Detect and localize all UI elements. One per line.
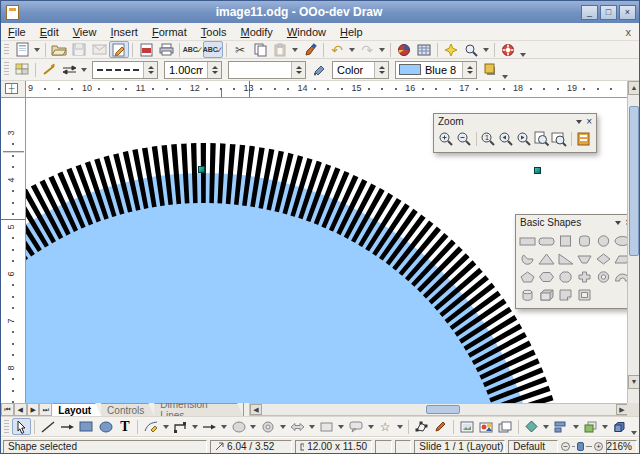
title-bar[interactable]: image11.odg - OOo-dev Draw _ □ × xyxy=(1,1,639,23)
menu-view[interactable]: View xyxy=(66,25,104,39)
new-dropdown-icon[interactable] xyxy=(34,48,40,52)
toolbar-grip[interactable] xyxy=(4,62,9,77)
scroll-down-icon[interactable]: ▼ xyxy=(628,375,640,389)
rectangle-tool-button[interactable] xyxy=(77,418,96,435)
callouts-dropdown-icon[interactable] xyxy=(368,425,374,429)
line-style-spinner[interactable] xyxy=(143,62,157,78)
display-grid-button[interactable] xyxy=(414,41,434,58)
line-tool-button[interactable] xyxy=(38,418,57,435)
rotate-dropdown-icon[interactable] xyxy=(543,425,549,429)
line-width-spinner[interactable] xyxy=(207,62,221,78)
zoom-out-button[interactable] xyxy=(455,130,473,148)
menu-insert[interactable]: Insert xyxy=(103,25,145,39)
extrusion-button[interactable] xyxy=(610,418,629,435)
symbol-shapes-button[interactable] xyxy=(258,418,277,435)
menu-window[interactable]: Window xyxy=(280,25,333,39)
zoom-slider-thumb[interactable] xyxy=(577,442,584,451)
shapes-panel-titlebar[interactable]: Basic Shapes × xyxy=(516,215,629,230)
zoom-previous-button[interactable] xyxy=(497,130,515,148)
scroll-up-icon[interactable]: ▲ xyxy=(628,81,640,95)
block-arrows-button[interactable] xyxy=(288,418,307,435)
zoom-next-button[interactable] xyxy=(515,130,533,148)
zoom-dropdown-icon[interactable] xyxy=(483,48,489,52)
shape-rectangle[interactable] xyxy=(518,232,537,250)
callouts-button[interactable] xyxy=(346,418,365,435)
vertical-scrollbar[interactable]: ▲ ▼ xyxy=(627,81,639,403)
ellipse-tool-button[interactable] xyxy=(96,418,115,435)
shape-folded-corner[interactable] xyxy=(556,286,575,304)
help-button[interactable] xyxy=(498,41,518,58)
symbol-shapes-dropdown-icon[interactable] xyxy=(280,425,286,429)
line-color-spinner[interactable] xyxy=(291,62,305,78)
format-paintbrush-button[interactable] xyxy=(300,41,320,58)
tab-controls[interactable]: Controls xyxy=(101,403,154,416)
zoom-page-width-button[interactable] xyxy=(550,130,568,148)
maximize-button[interactable]: □ xyxy=(600,5,617,20)
export-pdf-button[interactable] xyxy=(136,41,156,58)
first-page-button[interactable]: ⏮ xyxy=(1,403,14,416)
shape-regular-pentagon[interactable] xyxy=(518,268,537,286)
zoom-entire-page-button[interactable] xyxy=(533,130,551,148)
shape-frame[interactable] xyxy=(575,286,594,304)
fill-color-combo[interactable]: Blue 8 xyxy=(395,61,477,79)
selection-handle[interactable] xyxy=(534,167,541,174)
shape-cross[interactable] xyxy=(575,268,594,286)
stars-button[interactable]: ☆ xyxy=(376,418,395,435)
selection-handle[interactable] xyxy=(198,166,205,173)
fill-type-spinner[interactable] xyxy=(374,62,388,78)
select-button[interactable] xyxy=(12,418,31,435)
horizontal-scrollbar[interactable]: ◀ ▶ xyxy=(249,403,629,416)
undo-dropdown-icon[interactable] xyxy=(349,48,355,52)
toolbar-options-icon[interactable] xyxy=(631,431,637,435)
flowchart-button[interactable] xyxy=(317,418,336,435)
redo-button[interactable]: ↷ xyxy=(357,41,377,58)
rotate-button[interactable] xyxy=(522,418,541,435)
page-style-field[interactable]: Default xyxy=(508,440,558,454)
zoom-100-button[interactable]: 1 xyxy=(479,130,497,148)
new-document-button[interactable] xyxy=(12,41,32,58)
duplicate-button[interactable] xyxy=(496,418,515,435)
text-tool-button[interactable]: T xyxy=(115,418,134,435)
line-dialog-button[interactable] xyxy=(39,61,59,78)
shape-right-triangle[interactable] xyxy=(556,250,575,268)
menu-format[interactable]: Format xyxy=(145,25,194,39)
drawing-canvas[interactable]: Zoom × 1 xyxy=(26,98,629,403)
curve-tool-button[interactable] xyxy=(141,418,160,435)
panel-menu-icon[interactable] xyxy=(576,120,582,124)
toolbar-grip[interactable] xyxy=(4,44,9,56)
alignment-dropdown-icon[interactable] xyxy=(573,425,579,429)
zoom-in-slider-icon[interactable]: + xyxy=(594,442,603,451)
paste-dropdown-icon[interactable] xyxy=(292,48,298,52)
save-button[interactable] xyxy=(69,41,89,58)
zoom-out-slider-icon[interactable]: − xyxy=(561,442,570,451)
line-width-field[interactable] xyxy=(164,61,222,79)
line-style-combo[interactable] xyxy=(92,61,158,79)
tab-dimension-lines[interactable]: Dimension Lines xyxy=(154,403,243,416)
basic-shapes-button[interactable] xyxy=(229,418,248,435)
zoom-in-button[interactable] xyxy=(437,130,455,148)
open-button[interactable] xyxy=(49,41,69,58)
menu-modify[interactable]: Modify xyxy=(233,25,279,39)
tab-splitter[interactable] xyxy=(243,403,249,416)
panel-menu-icon[interactable] xyxy=(615,221,621,225)
last-page-button[interactable]: ⏭ xyxy=(39,403,52,416)
basic-shapes-dropdown-icon[interactable] xyxy=(250,425,256,429)
spellcheck-button[interactable]: ABC ✓ xyxy=(183,41,203,58)
previous-page-button[interactable]: ◀ xyxy=(14,403,27,416)
close-button[interactable]: × xyxy=(619,5,636,20)
arrow-style-dropdown-icon[interactable] xyxy=(81,68,87,72)
alignment-button[interactable] xyxy=(551,418,570,435)
area-style-button[interactable] xyxy=(309,61,329,78)
selected-circle-shape[interactable] xyxy=(26,173,540,403)
minimize-button[interactable]: _ xyxy=(581,5,598,20)
ruler-origin-button[interactable]: ┼ xyxy=(1,81,26,98)
redo-dropdown-icon[interactable] xyxy=(379,48,385,52)
print-button[interactable] xyxy=(156,41,176,58)
next-page-button[interactable]: ▶ xyxy=(27,403,40,416)
gallery-button[interactable] xyxy=(477,418,496,435)
cursor-position-field[interactable]: 6.04 / 3.52 xyxy=(210,440,292,454)
cut-button[interactable]: ✂ xyxy=(230,41,250,58)
undo-button[interactable]: ↶ xyxy=(327,41,347,58)
edit-points-button[interactable] xyxy=(412,418,431,435)
arrow-style-button[interactable] xyxy=(59,61,79,78)
